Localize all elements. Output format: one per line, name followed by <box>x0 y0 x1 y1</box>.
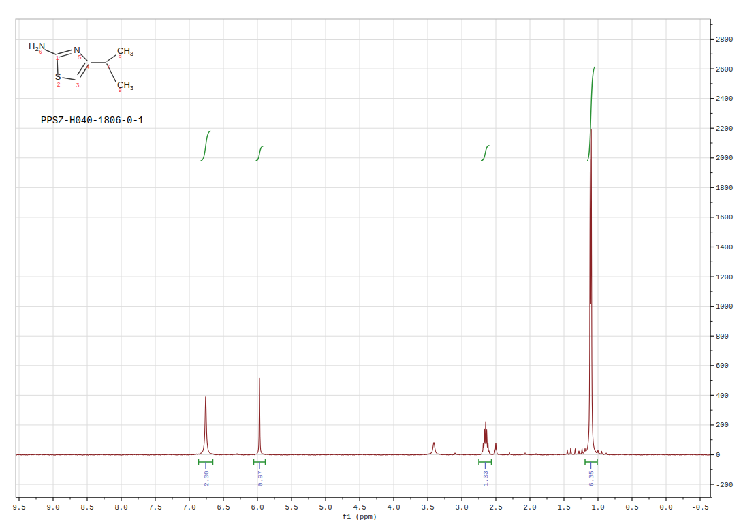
y-tick-label: 2800 <box>716 35 733 44</box>
x-axis-title: f1 (ppm) <box>343 513 377 521</box>
x-tick-label: 8.5 <box>81 503 94 512</box>
y-axis: 2800260024002200200018001600140012001000… <box>710 19 733 497</box>
x-tick-label: 0.5 <box>626 503 639 512</box>
y-tick-label: 1000 <box>716 302 733 311</box>
atom-number-6: 6 <box>39 48 42 55</box>
x-tick-label: -0.5 <box>691 503 708 512</box>
atom-number-1: 1 <box>56 54 59 61</box>
x-axis: 9.59.08.58.07.57.06.56.05.55.04.54.03.53… <box>13 497 712 512</box>
atom-number-2: 2 <box>57 81 61 88</box>
y-tick-label: 400 <box>716 392 729 400</box>
x-tick-label: 5.5 <box>285 503 298 512</box>
x-tick-label: 6.5 <box>217 503 230 512</box>
nmr-report-page: 9.59.08.58.07.57.06.56.05.55.04.54.03.53… <box>0 0 756 532</box>
y-tick-label: 2200 <box>716 125 733 133</box>
ring-sulfur-label: S <box>55 72 61 82</box>
y-tick-label: 1800 <box>716 184 733 192</box>
y-tick-label: 600 <box>716 362 729 370</box>
x-tick-label: 0.0 <box>660 503 673 512</box>
sample-id: PPSZ-H040-1806-0-1 <box>41 115 144 126</box>
y-tick-label: 1400 <box>716 243 733 251</box>
amine-group-label: H2N <box>29 41 45 52</box>
integral-value-label: 0.97 <box>257 471 264 486</box>
nmr-spectrum-canvas: 9.59.08.58.07.57.06.56.05.55.04.54.03.53… <box>0 0 756 532</box>
x-tick-label: 7.5 <box>149 503 162 512</box>
integral-value-label: 1.03 <box>482 471 490 486</box>
spectrum-line <box>16 129 710 455</box>
x-tick-label: 3.0 <box>456 503 469 512</box>
spectrum-trace <box>16 129 710 455</box>
y-tick-label: -200 <box>716 481 733 489</box>
atom-number-7: 7 <box>107 63 110 70</box>
atom-number-8: 8 <box>119 52 122 59</box>
y-tick-label: 2000 <box>716 154 733 162</box>
x-tick-label: 7.0 <box>183 503 196 512</box>
y-tick-label: 2400 <box>716 95 733 103</box>
x-tick-label: 8.0 <box>115 503 128 512</box>
y-tick-label: 2600 <box>716 65 733 74</box>
atom-number-9: 9 <box>119 87 122 93</box>
atom-number-4: 4 <box>86 63 90 70</box>
integral-curves <box>201 67 596 161</box>
y-tick-label: 1600 <box>716 213 733 221</box>
y-tick-label: 1200 <box>716 273 733 281</box>
x-tick-label: 4.0 <box>388 503 400 512</box>
x-tick-label: 9.0 <box>47 503 60 512</box>
x-tick-label: 6.0 <box>251 503 264 512</box>
x-tick-label: 1.5 <box>558 503 571 512</box>
x-tick-label: 4.5 <box>353 503 366 512</box>
x-tick-label: 5.0 <box>319 503 332 512</box>
y-tick-label: 800 <box>716 332 729 341</box>
y-tick-label: 0 <box>716 451 720 459</box>
integral-value-label: 6.35 <box>588 471 595 486</box>
integral-labels: 2.000.971.036.35 <box>199 459 598 486</box>
x-tick-label: 2.0 <box>524 503 537 512</box>
x-tick-label: 2.5 <box>490 503 503 512</box>
integral-curve <box>256 146 264 161</box>
integral-curve <box>481 146 490 161</box>
integral-value-label: 2.00 <box>203 471 210 486</box>
y-tick-label: 200 <box>716 421 729 429</box>
atom-number-3: 3 <box>76 82 80 89</box>
x-tick-label: 3.5 <box>422 503 435 512</box>
atom-number-5: 5 <box>78 54 82 61</box>
x-tick-label: 9.5 <box>13 503 26 512</box>
molecule-structure: H2N N S CH3 CH3 1 2 3 4 5 6 7 8 9 <box>29 41 133 93</box>
integral-curve <box>201 131 211 161</box>
x-tick-label: 1.0 <box>592 503 605 512</box>
